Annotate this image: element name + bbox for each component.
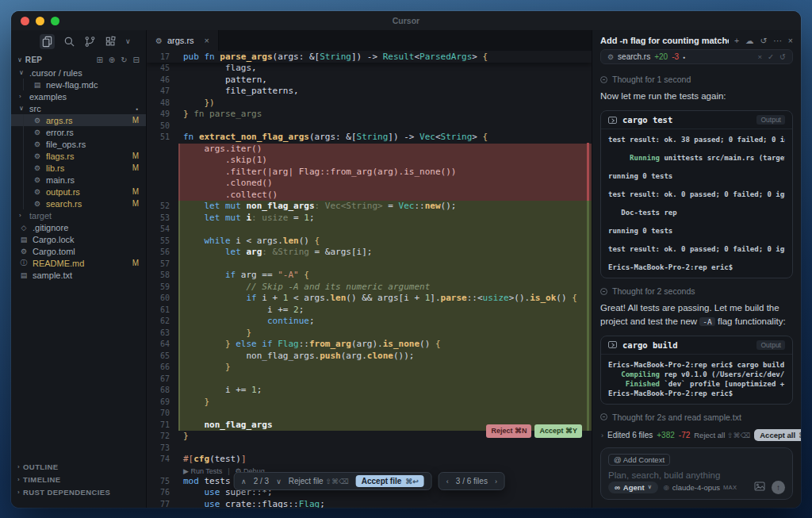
section-timeline[interactable]: ›TIMELINE (11, 473, 146, 485)
prev-file-icon[interactable]: ‹ (446, 478, 449, 485)
close-icon[interactable]: × (788, 36, 793, 45)
collapse-all-icon[interactable]: ⊟ (133, 56, 140, 64)
more-icon[interactable]: ⋯ (773, 36, 782, 45)
tree-item-readme-md[interactable]: ⓘREADME.mdM (11, 257, 146, 269)
terminal-header[interactable]: cargo testOutput (601, 111, 792, 129)
file-label: sample.txt (33, 271, 146, 280)
tree-item-src[interactable]: ∨src● (11, 102, 146, 114)
accept-all-button[interactable]: Accept all⌘↩ (754, 429, 801, 441)
agent-mode-selector[interactable]: ∞ Agent ∨ (608, 482, 658, 493)
current-file-chip[interactable]: ⚙ search.rs +20 -3 ● ×✓↺ (600, 49, 793, 64)
tree-item-target[interactable]: ›target (11, 209, 146, 221)
chevron-icon: › (19, 93, 27, 100)
tree-item-flags-rs[interactable]: ⚙flags.rsM (11, 150, 146, 162)
tree-item-search-rs[interactable]: ⚙search.rsM (11, 198, 146, 209)
terminal-header[interactable]: cargo buildOutput (601, 336, 792, 355)
history-icon[interactable]: ↺ (760, 36, 768, 45)
search-icon[interactable] (63, 36, 75, 48)
tree-item-examples[interactable]: ›examples (11, 90, 146, 102)
source-control-icon[interactable] (84, 36, 96, 48)
prev-diff-icon[interactable]: ∧ (241, 478, 247, 485)
chevron-right-icon[interactable]: › (601, 432, 603, 439)
tree-item-file-ops-rs[interactable]: ⚙file_ops.rs (11, 138, 146, 150)
tab-args-rs[interactable]: ⚙ args.rs × (147, 30, 219, 51)
chat-input[interactable]: @ Add Context Plan, search, build anythi… (600, 447, 793, 500)
diff-files-pager: ‹ 3 / 6 files › (439, 472, 505, 490)
close-icon[interactable]: × (758, 52, 763, 61)
rust-icon: ⚙ (33, 140, 42, 148)
minimize-window-button[interactable] (36, 17, 44, 25)
chevron-down-icon[interactable]: ∨ (125, 37, 131, 45)
explorer-actions: ⊞⊕↻⊟ (96, 56, 140, 64)
rust-icon: ⚙ (33, 200, 42, 208)
model-icon: ◎ (664, 484, 669, 491)
code-line-58: 58 if arg == "-A" { (147, 270, 592, 282)
next-file-icon[interactable]: › (495, 478, 497, 485)
tree-item-args-rs[interactable]: ⚙args.rsM (11, 114, 146, 126)
accept-button[interactable]: Accept ⌘Y (534, 424, 582, 438)
terminal-output: Erics-MacBook-Pro-2:rep eric$ cargo buil… (601, 355, 792, 404)
file-label: error.rs (46, 128, 146, 137)
rust-file-icon: ⚙ (607, 53, 614, 61)
extensions-icon[interactable] (105, 36, 117, 48)
tree-item-new-flag-mdc[interactable]: ▤new-flag.mdc (11, 79, 146, 90)
tree-item-error-rs[interactable]: ⚙error.rs (11, 126, 146, 138)
restore-icon[interactable]: ↺ (779, 52, 786, 61)
reject-all-button[interactable]: Reject all ⇧⌘⌫ (694, 431, 750, 439)
thought-row[interactable]: Thought for 1 second (600, 75, 793, 84)
close-tab-icon[interactable]: × (205, 36, 209, 45)
tree-item-gitignore[interactable]: ◇.gitignore (11, 221, 146, 233)
plus-icon[interactable]: + (734, 36, 739, 45)
file-label: Cargo.lock (33, 235, 146, 244)
rust-icon: ⚙ (33, 152, 42, 160)
new-folder-icon[interactable]: ⊕ (109, 56, 115, 64)
code-area[interactable]: 17pub fn parse_args(args: &[String]) -> … (147, 51, 592, 508)
zoom-window-button[interactable] (51, 17, 59, 25)
tree-item-cursor-rules[interactable]: ∨.cursor / rules (11, 67, 146, 79)
section-rust-dependencies[interactable]: ›RUST DEPENDENCIES (11, 485, 146, 498)
cloud-icon[interactable]: ☁ (745, 36, 754, 45)
explorer-header[interactable]: ∨ REP ⊞⊕↻⊟ (11, 52, 146, 67)
doc-icon: ▤ (19, 271, 29, 279)
activity-bar: ∨ (11, 30, 146, 52)
code-line-55: 55 while i < args.len() { (147, 236, 592, 247)
run-tests-lens[interactable]: ▶ Run Tests (183, 467, 222, 475)
chat-title: Add -n flag for counting matches (600, 36, 729, 45)
tree-item-output-rs[interactable]: ⚙output.rsM (11, 186, 146, 198)
file-label: lib.rs (46, 163, 132, 173)
file-label: .gitignore (33, 223, 146, 232)
next-diff-icon[interactable]: ∨ (276, 478, 282, 485)
check-icon[interactable]: ✓ (768, 52, 774, 61)
thought-row[interactable]: Thought for 2s and read sample.txt (600, 412, 793, 422)
image-icon[interactable] (754, 480, 765, 494)
file-label: new-flag.mdc (46, 80, 146, 90)
edited-files-label[interactable]: Edited 6 files (607, 431, 653, 439)
section-outline[interactable]: ›OUTLINE (11, 460, 146, 473)
new-file-icon[interactable]: ⊞ (96, 56, 102, 64)
tree-item-cargo-lock[interactable]: ▤Cargo.lock (11, 233, 146, 245)
file-label: args.rs (46, 116, 132, 125)
tree-item-lib-rs[interactable]: ⚙lib.rsM (11, 162, 146, 174)
send-button[interactable]: ↑ (772, 481, 785, 494)
code-line-67: 67 (147, 374, 592, 386)
tree-item-cargo-toml[interactable]: ⚙Cargo.toml (11, 245, 146, 257)
thought-row[interactable]: Thought for 2 seconds (600, 286, 793, 296)
cursor-window: Cursor (11, 11, 801, 508)
add-context-chip[interactable]: @ Add Context (608, 454, 670, 466)
tab-label: args.rs (167, 36, 194, 45)
reject-button[interactable]: Reject ⌘N (486, 424, 531, 438)
reject-file-button[interactable]: Reject file ⇧⌘⌫ (289, 477, 349, 485)
terminal-line: Erics-MacBook-Pro-2:rep eric$ cargo buil… (608, 360, 785, 370)
terminal-line: Finished `dev` profile [unoptimized + de… (608, 379, 785, 389)
model-selector[interactable]: ◎ claude-4-opus MAX (664, 483, 737, 492)
accept-file-button[interactable]: Accept file⌘↩ (356, 475, 424, 487)
code-lines: 45 flags,46 pattern,47 file_patterns,48 … (147, 63, 592, 508)
close-window-button[interactable] (21, 17, 29, 25)
files-icon[interactable] (40, 34, 55, 49)
tree-item-main-rs[interactable]: ⚙main.rs (11, 174, 146, 186)
sidebar: ∨ ∨ REP ⊞⊕↻⊟ ∨.cursor / rules▤new-flag.m… (11, 30, 147, 508)
terminal-command: cargo test (622, 115, 751, 125)
tab-bar: ⚙ args.rs × (147, 30, 592, 51)
tree-item-sample-txt[interactable]: ▤sample.txt (11, 269, 146, 281)
refresh-icon[interactable]: ↻ (121, 56, 127, 64)
